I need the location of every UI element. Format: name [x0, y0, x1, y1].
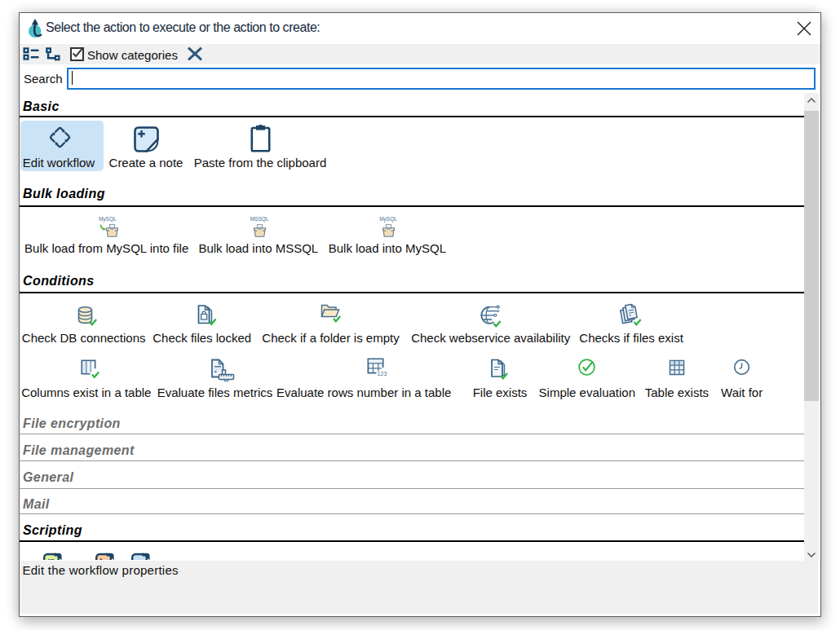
svg-text:123: 123: [378, 371, 387, 377]
svg-text:SQL: SQL: [134, 558, 144, 561]
svg-text:JS: JS: [47, 557, 55, 560]
